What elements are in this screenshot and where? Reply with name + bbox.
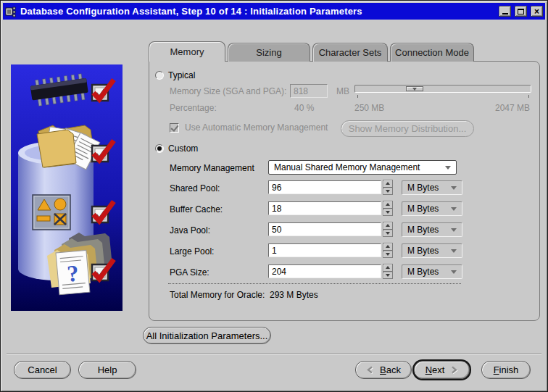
custom-radio[interactable] xyxy=(155,144,164,153)
spin-up-button[interactable] xyxy=(383,180,393,188)
total-memory-value: 293 M Bytes xyxy=(270,290,318,300)
chevron-down-icon xyxy=(451,186,457,190)
memory-management-select[interactable]: Manual Shared Memory Management xyxy=(268,160,457,175)
help-button[interactable]: Help xyxy=(78,361,136,379)
all-initialization-parameters-button[interactable]: All Initialization Parameters... xyxy=(143,327,271,344)
back-button[interactable]: Back xyxy=(355,361,412,379)
minimize-button[interactable] xyxy=(499,6,511,17)
slider-thumb-arrow-icon xyxy=(412,88,417,91)
down-arrow-icon xyxy=(386,274,390,277)
shared-pool-unit-select[interactable]: M Bytes xyxy=(402,180,462,195)
selected-option-label: M Bytes xyxy=(407,267,445,277)
back-chevron-icon xyxy=(366,366,373,374)
button-label: Back xyxy=(380,364,401,375)
spin-down-button[interactable] xyxy=(383,251,393,259)
memory-slider-track[interactable] xyxy=(354,85,531,93)
slider-min-label: 250 MB xyxy=(354,103,384,113)
spin-up-button[interactable] xyxy=(383,201,393,209)
spin-down-button[interactable] xyxy=(383,209,393,217)
button-label: Finish xyxy=(494,364,519,375)
show-memory-distribution-button[interactable]: Show Memory Distribution... xyxy=(341,120,474,137)
next-chevron-icon xyxy=(451,366,458,374)
large-pool-label: Large Pool: xyxy=(170,246,214,257)
chevron-down-icon xyxy=(451,228,457,232)
pga-size-input[interactable] xyxy=(268,264,381,278)
tab-label: Memory xyxy=(170,46,204,57)
selected-option-label: M Bytes xyxy=(407,204,445,214)
button-label: Next xyxy=(425,364,445,375)
button-label: Cancel xyxy=(28,364,57,375)
finish-button[interactable]: Finish xyxy=(481,361,531,379)
maximize-button[interactable] xyxy=(515,6,527,17)
slider-max-label: 2047 MB xyxy=(495,103,530,113)
typical-radio-label: Typical xyxy=(168,70,195,80)
tab-connection-mode[interactable]: Connection Mode xyxy=(390,43,474,62)
selected-option-label: M Bytes xyxy=(407,246,445,256)
chevron-down-icon xyxy=(451,207,457,211)
large-pool-unit-select[interactable]: M Bytes xyxy=(402,243,462,258)
memory-size-input[interactable] xyxy=(290,84,328,98)
window-title: Database Configuration Assistant, Step 1… xyxy=(20,6,495,17)
shapes-tile-illustration xyxy=(33,195,70,230)
total-memory-label: Total Memory for Oracle: xyxy=(170,290,265,300)
close-icon: × xyxy=(534,7,539,16)
button-label: Show Memory Distribution... xyxy=(349,123,467,134)
close-button[interactable]: × xyxy=(531,6,543,17)
buffer-cache-input[interactable] xyxy=(268,201,381,215)
memory-size-unit-label: MB xyxy=(336,86,349,96)
memory-slider-thumb[interactable] xyxy=(406,86,423,91)
typical-radio[interactable] xyxy=(155,71,164,80)
tab-label: Character Sets xyxy=(319,47,382,58)
spin-up-button[interactable] xyxy=(383,264,393,272)
down-arrow-icon xyxy=(386,253,390,256)
up-arrow-icon xyxy=(386,203,390,206)
slider-tick-max xyxy=(528,95,529,98)
java-pool-unit-select[interactable]: M Bytes xyxy=(402,222,462,237)
custom-radio-label: Custom xyxy=(168,143,198,154)
large-pool-stepper xyxy=(383,243,393,258)
tab-label: Sizing xyxy=(256,47,281,58)
spin-down-button[interactable] xyxy=(383,188,393,196)
tab-character-sets[interactable]: Character Sets xyxy=(312,43,388,62)
spin-up-button[interactable] xyxy=(383,222,393,230)
chevron-down-icon xyxy=(451,249,457,253)
buffer-cache-label: Buffer Cache: xyxy=(170,204,223,214)
spin-down-button[interactable] xyxy=(383,230,393,238)
up-arrow-icon xyxy=(386,266,390,269)
tab-sizing[interactable]: Sizing xyxy=(228,43,310,62)
shared-pool-label: Shared Pool: xyxy=(170,183,220,193)
pga-size-label: PGA Size: xyxy=(170,267,209,278)
memory-management-label: Memory Management xyxy=(170,163,254,173)
buffer-cache-unit-select[interactable]: M Bytes xyxy=(402,201,462,216)
wizard-sidebar-art: ? xyxy=(11,64,123,311)
footer-divider xyxy=(7,354,541,355)
minimize-icon xyxy=(502,13,508,14)
tab-memory[interactable]: Memory xyxy=(149,41,225,62)
svg-text:?: ? xyxy=(66,259,80,286)
button-label: All Initialization Parameters... xyxy=(146,330,268,341)
down-arrow-icon xyxy=(386,211,390,214)
button-label: Help xyxy=(98,364,117,375)
pga-size-stepper xyxy=(383,264,393,279)
up-arrow-icon xyxy=(386,245,390,248)
next-button[interactable]: Next xyxy=(414,361,470,379)
java-pool-input[interactable] xyxy=(268,222,381,236)
spin-down-button[interactable] xyxy=(383,272,393,280)
chevron-down-icon xyxy=(451,270,457,274)
slider-tick-min xyxy=(357,95,358,98)
java-pool-stepper xyxy=(383,222,393,237)
tab-label: Connection Mode xyxy=(395,47,469,58)
shared-pool-input[interactable] xyxy=(268,180,381,194)
pga-size-unit-select[interactable]: M Bytes xyxy=(402,264,462,279)
auto-memory-checkbox-label: Use Automatic Memory Management xyxy=(185,122,328,133)
selected-option-label: Manual Shared Memory Management xyxy=(274,162,439,172)
selected-option-label: M Bytes xyxy=(407,225,445,235)
down-arrow-icon xyxy=(386,190,390,193)
large-pool-input[interactable] xyxy=(268,243,381,257)
up-arrow-icon xyxy=(386,224,390,227)
down-arrow-icon xyxy=(386,232,390,235)
up-arrow-icon xyxy=(386,182,390,185)
spin-up-button[interactable] xyxy=(383,243,393,251)
auto-memory-checkbox[interactable] xyxy=(170,123,179,133)
cancel-button[interactable]: Cancel xyxy=(14,361,71,379)
